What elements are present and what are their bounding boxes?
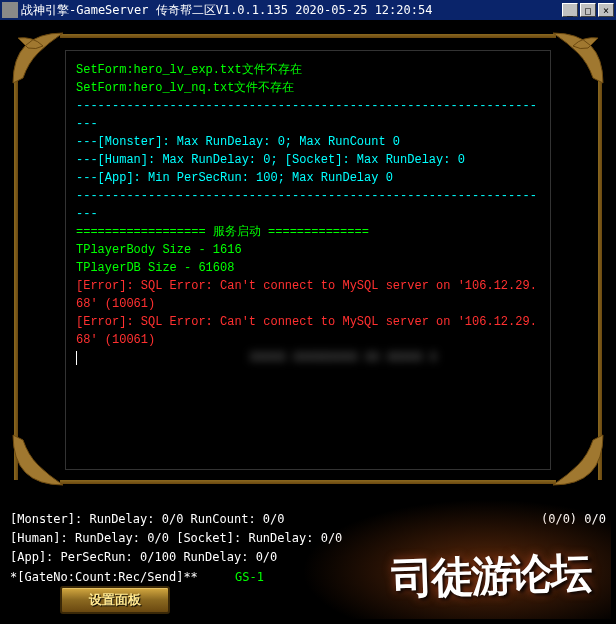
status-area: [Monster]: RunDelay: 0/0 RunCount: 0/0 (…	[10, 510, 606, 587]
status-monster-right: (0/0) 0/0	[541, 510, 606, 529]
app-icon	[2, 2, 18, 18]
console-line: SetForm:hero_lv_exp.txt文件不存在	[76, 61, 540, 79]
window-titlebar: 战神引擎-GameServer 传奇帮二区V1.0.1.135 2020-05-…	[0, 0, 616, 20]
maximize-button[interactable]: □	[580, 3, 596, 17]
console-line: TPlayerDB Size - 61608	[76, 259, 540, 277]
status-gate-prefix: *[GateNo:Count:Rec/Send]**	[10, 570, 198, 584]
status-line-gate: *[GateNo:Count:Rec/Send]** GS-1	[10, 568, 606, 587]
console-line: ---[App]: Min PerSecRun: 100; Max RunDel…	[76, 169, 540, 187]
console-output[interactable]: SetForm:hero_lv_exp.txt文件不存在SetForm:hero…	[65, 50, 551, 470]
console-line: [Error]: SQL Error: Can't connect to MyS…	[76, 277, 540, 313]
dragon-corner-top-left-icon	[8, 28, 68, 88]
console-line-redacted: XXXXX XXXXXXXXX XX XXXXX X	[76, 349, 540, 367]
settings-panel-button[interactable]: 设置面板	[60, 586, 170, 614]
window-controls: _ □ ×	[562, 3, 614, 17]
window-title: 战神引擎-GameServer 传奇帮二区V1.0.1.135 2020-05-…	[21, 2, 562, 19]
console-line: ----------------------------------------…	[76, 97, 540, 133]
status-line-monster: [Monster]: RunDelay: 0/0 RunCount: 0/0 (…	[10, 510, 606, 529]
console-line: ================== 服务启动 ==============	[76, 223, 540, 241]
status-line-app: [App]: PerSecRun: 0/100 RunDelay: 0/0	[10, 548, 606, 567]
console-line: ---[Human]: Max RunDelay: 0; [Socket]: M…	[76, 151, 540, 169]
console-line: TPlayerBody Size - 1616	[76, 241, 540, 259]
console-line: SetForm:hero_lv_nq.txt文件不存在	[76, 79, 540, 97]
minimize-button[interactable]: _	[562, 3, 578, 17]
status-gs-label: GS-1	[235, 570, 264, 584]
console-line: [Error]: SQL Error: Can't connect to MyS…	[76, 313, 540, 349]
console-line: ----------------------------------------…	[76, 187, 540, 223]
close-button[interactable]: ×	[598, 3, 614, 17]
status-monster-text: [Monster]: RunDelay: 0/0 RunCount: 0/0	[10, 510, 285, 529]
bottom-button-bar: 设置面板	[60, 586, 170, 614]
dragon-corner-top-right-icon	[548, 28, 608, 88]
dragon-corner-bottom-left-icon	[8, 430, 68, 490]
main-area: SetForm:hero_lv_exp.txt文件不存在SetForm:hero…	[0, 20, 616, 624]
dragon-corner-bottom-right-icon	[548, 430, 608, 490]
status-line-human: [Human]: RunDelay: 0/0 [Socket]: RunDela…	[10, 529, 606, 548]
console-line: ---[Monster]: Max RunDelay: 0; Max RunCo…	[76, 133, 540, 151]
